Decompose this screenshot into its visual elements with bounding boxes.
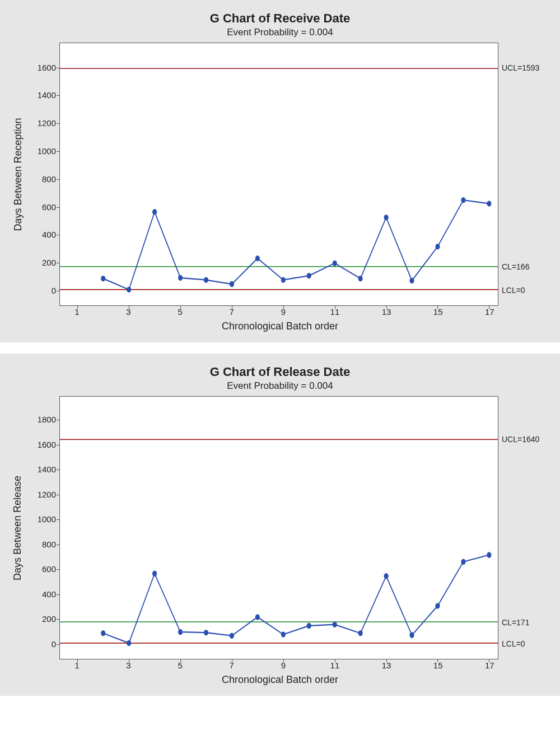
- x-ticks-row: 1357911131517: [8, 306, 552, 319]
- data-point: [178, 275, 183, 281]
- x-tick-label: 11: [330, 307, 340, 317]
- chart-panel-receive: G Chart of Receive Date Event Probabilit…: [0, 0, 560, 342]
- x-tick-label: 7: [230, 661, 234, 670]
- chart-title: G Chart of Receive Date: [8, 11, 552, 26]
- data-point: [461, 197, 465, 203]
- lcl-label: LCL=0: [502, 639, 525, 648]
- data-point: [307, 273, 311, 278]
- limit-labels: UCL=1593CL=166LCL=0: [498, 43, 552, 306]
- data-point: [204, 277, 208, 282]
- data-point: [204, 630, 208, 635]
- data-point: [255, 255, 260, 261]
- data-point: [127, 287, 131, 292]
- cl-label: CL=171: [502, 618, 529, 627]
- data-point: [409, 278, 414, 283]
- y-axis-label: Days Between Release: [12, 475, 24, 580]
- x-ticks: 1357911131517: [59, 306, 498, 319]
- y-ticks: 020040060080010001200140016001800: [28, 396, 59, 659]
- x-tick-label: 3: [126, 661, 130, 670]
- data-point: [487, 552, 491, 557]
- data-point: [307, 623, 311, 629]
- chart-subtitle: Event Probability = 0.004: [8, 27, 552, 38]
- x-tick-label: 17: [485, 661, 494, 670]
- lcl-label: LCL=0: [502, 286, 525, 295]
- data-point: [435, 244, 440, 249]
- data-point: [461, 559, 465, 565]
- data-line: [103, 555, 489, 643]
- plot-cell: [59, 396, 498, 659]
- data-line: [103, 200, 489, 290]
- data-point: [281, 631, 286, 637]
- y-tick-label: 800: [42, 539, 56, 549]
- x-axis-label: Chronological Batch order: [8, 674, 552, 686]
- data-point: [178, 629, 183, 635]
- data-point: [101, 276, 105, 281]
- cl-label: CL=166: [502, 262, 529, 271]
- plot-svg: [60, 397, 498, 659]
- plot-cell: [59, 43, 498, 306]
- data-point: [409, 632, 414, 638]
- data-point: [384, 215, 389, 220]
- y-tick-label: 400: [42, 589, 56, 598]
- x-tick-label: 5: [178, 307, 182, 317]
- data-point: [230, 633, 234, 638]
- y-tick-label: 400: [42, 230, 56, 239]
- data-point: [487, 201, 491, 206]
- plot-area: [59, 396, 498, 659]
- data-point: [152, 209, 157, 215]
- y-tick-label: 1400: [38, 464, 56, 474]
- chart-title: G Chart of Release Date: [8, 365, 552, 379]
- y-tick-label: 1200: [38, 118, 56, 128]
- x-tick-label: 13: [382, 307, 391, 317]
- y-tick-label: 200: [42, 614, 56, 624]
- y-tick-label: 1000: [38, 146, 56, 155]
- plot-row: Days Between Release 0200400600800100012…: [8, 396, 552, 659]
- data-point: [358, 276, 363, 281]
- x-tick-label: 1: [74, 307, 79, 317]
- y-tick-label: 600: [42, 564, 56, 574]
- data-point: [281, 277, 286, 282]
- y-tick-label: 0: [52, 639, 56, 648]
- x-tick-label: 15: [433, 661, 443, 670]
- data-point: [333, 621, 337, 627]
- x-ticks-row: 1357911131517: [8, 659, 552, 673]
- x-tick-label: 11: [330, 661, 340, 670]
- x-tick-label: 1: [74, 661, 79, 670]
- data-point: [101, 630, 105, 636]
- page: G Chart of Receive Date Event Probabilit…: [0, 0, 560, 696]
- x-tick-label: 13: [382, 661, 391, 670]
- y-tick-label: 1800: [38, 415, 56, 424]
- x-tick-label: 17: [485, 307, 494, 317]
- y-ticks: 02004006008001000120014001600: [28, 43, 59, 306]
- y-tick-label: 1600: [38, 62, 56, 72]
- data-point: [127, 640, 131, 646]
- y-tick-label: 200: [42, 258, 56, 267]
- limit-labels: UCL=1640CL=171LCL=0: [498, 396, 552, 659]
- y-tick-label: 1400: [38, 90, 56, 100]
- data-point: [384, 573, 389, 579]
- data-point: [435, 603, 440, 608]
- x-tick-label: 9: [281, 307, 286, 317]
- plot-svg: [60, 43, 498, 305]
- panel-gap: [0, 342, 560, 354]
- chart-panel-release: G Chart of Release Date Event Probabilit…: [0, 354, 560, 696]
- data-point: [152, 571, 157, 577]
- y-tick-label: 800: [42, 174, 56, 183]
- y-axis-label-cell: Days Between Reception: [8, 43, 28, 306]
- x-tick-label: 5: [178, 661, 182, 670]
- plot-row: Days Between Reception 02004006008001000…: [8, 43, 552, 306]
- y-tick-label: 600: [42, 202, 56, 211]
- y-axis-label-cell: Days Between Release: [8, 396, 28, 659]
- data-point: [255, 614, 260, 620]
- ucl-label: UCL=1593: [502, 63, 539, 72]
- x-tick-label: 7: [230, 307, 234, 317]
- y-axis-label: Days Between Reception: [12, 118, 24, 231]
- x-tick-label: 3: [126, 307, 130, 317]
- x-axis-label: Chronological Batch order: [8, 320, 552, 332]
- data-point: [230, 281, 234, 287]
- data-point: [333, 261, 337, 266]
- x-ticks: 1357911131517: [59, 659, 498, 673]
- y-tick-label: 1600: [38, 439, 56, 449]
- y-tick-label: 1200: [38, 489, 56, 499]
- data-point: [358, 630, 363, 636]
